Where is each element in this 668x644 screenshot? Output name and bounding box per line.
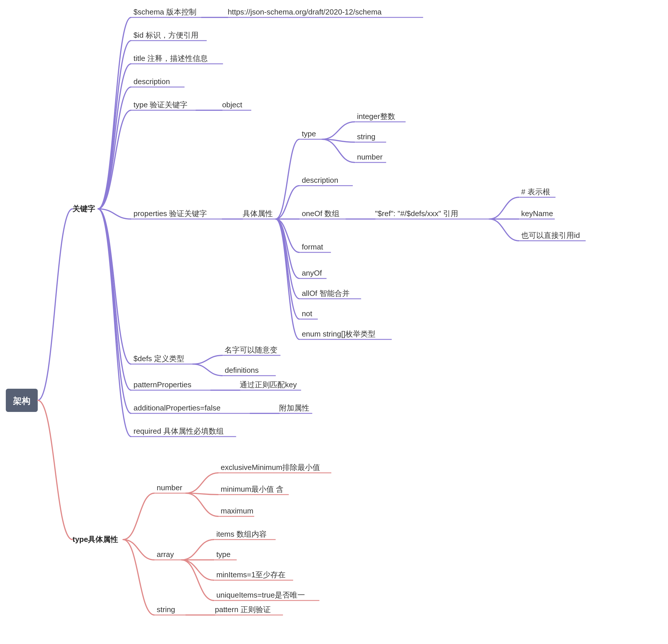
node-addprops-val: 附加属性 [279,403,309,412]
node-defs-1: definitions [225,366,259,374]
connector [38,209,73,400]
branch-keywords[interactable]: 关键字 [72,204,95,213]
node-ref: "$ref": "#/$defs/xxx" 引用 [375,209,458,218]
node-ref-0: # 表示根 [521,187,550,196]
connector [276,219,300,299]
connector [489,197,519,219]
connector [123,540,154,615]
node-allof: allOf 智能合并 [302,289,350,297]
connector [98,64,131,209]
connector [489,219,519,241]
node-prop-type-1: string [357,132,376,141]
connector [98,41,131,209]
node-prop-type-0: integer整数 [357,112,395,121]
node-string: string [157,605,175,614]
node-array: array [157,550,174,559]
node-format: format [302,243,323,251]
connector [38,400,73,540]
node-number-2: maximum [221,506,253,515]
node-type: type 验证关键字 [134,101,187,109]
connector [98,209,131,390]
node-type-object: object [222,101,242,109]
root-label: 架构 [13,396,30,405]
branch-type-detail[interactable]: type具体属性 [73,535,118,543]
node-array-2: minItems=1至少存在 [216,570,286,579]
connector [193,355,222,364]
node-ref-1: keyName [521,209,553,218]
connector [186,493,218,516]
node-oneof: oneOf 数组 [302,209,339,218]
node-prop-desc: description [302,176,338,184]
connector [322,122,354,139]
connector [186,473,218,493]
connector [181,560,214,600]
connector [98,209,131,364]
node-schema: $schema 版本控制 [134,7,196,16]
node-description: description [134,77,170,86]
node-anyof: anyOf [302,269,322,277]
node-number-1: minimum最小值 含 [221,485,284,493]
node-ref-2: 也可以直接引用id [521,231,580,240]
node-enum: enum string[]枚举类型 [302,329,376,338]
node-array-3: uniqueItems=true是否唯一 [216,591,305,599]
node-array-0: items 数组内容 [216,530,267,538]
node-prop-type-2: number [357,153,382,161]
node-prop-type: type [302,129,316,138]
connector [181,540,214,560]
node-required: required 具体属性必填数组 [134,427,224,435]
node-number-0: exclusiveMinimum排除最小值 [221,463,320,472]
node-properties-detail: 具体属性 [243,209,273,218]
node-not: not [302,309,313,318]
node-array-1: type [216,550,230,559]
node-id: $id 标识，方便引用 [134,31,198,40]
connector [322,139,354,163]
connector [276,139,300,219]
node-patternprops-val: 通过正则匹配key [240,380,297,389]
node-string-val: pattern 正则验证 [215,605,271,614]
connector [276,186,300,219]
node-patternprops: patternProperties [134,380,191,389]
node-schema-value: https://json-schema.org/draft/2020-12/sc… [228,7,382,16]
node-defs-0: 名字可以随意变 [225,346,277,354]
node-defs: $defs 定义类型 [134,354,184,363]
node-number: number [157,483,182,492]
connector [193,364,222,375]
connector [123,493,154,540]
connector [98,209,131,436]
node-title: title 注释，描述性信息 [134,54,208,63]
node-properties: properties 验证关键字 [134,209,207,218]
node-addprops: additionalProperties=false [134,403,221,412]
connector [98,87,131,209]
connector [181,560,214,580]
